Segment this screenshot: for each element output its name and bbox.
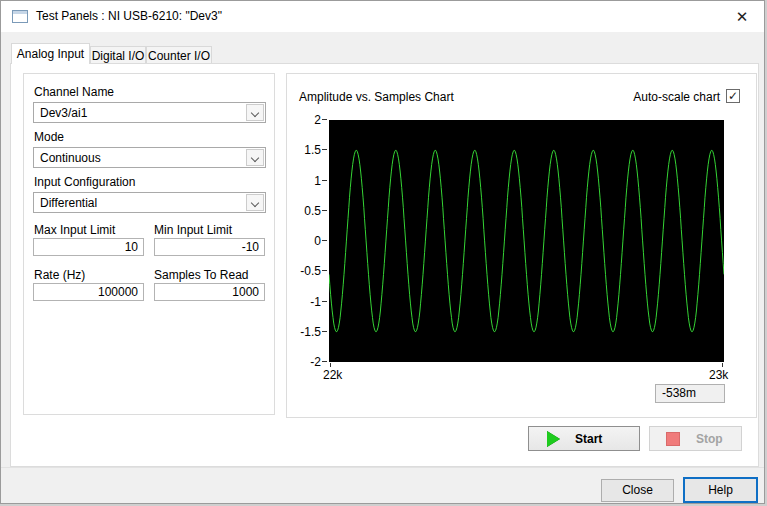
min-input-limit-label: Min Input Limit	[154, 223, 232, 237]
y-tick-label: 0	[314, 234, 321, 248]
y-tick-label: -2	[310, 355, 321, 369]
max-input-limit-field[interactable]	[33, 238, 144, 256]
max-input-limit-label: Max Input Limit	[34, 223, 115, 237]
input-configuration-select[interactable]: Differential	[33, 192, 266, 213]
mode-dropdown-button[interactable]	[246, 149, 264, 166]
channel-name-label: Channel Name	[34, 85, 114, 99]
channel-name-select[interactable]: Dev3/ai1	[33, 102, 266, 123]
start-button[interactable]: Start	[528, 426, 640, 451]
channel-name-value: Dev3/ai1	[40, 106, 87, 120]
y-tick-mark	[322, 331, 327, 332]
chevron-down-icon	[251, 199, 259, 207]
autoscale-label: Auto-scale chart	[633, 90, 720, 104]
mode-value: Continuous	[40, 151, 101, 165]
input-configuration-value: Differential	[40, 196, 97, 210]
footer-bar: Close Help	[1, 467, 764, 504]
mode-select[interactable]: Continuous	[33, 147, 266, 168]
app-window-icon	[12, 10, 28, 23]
tab-digital-io[interactable]: Digital I/O	[90, 46, 146, 64]
title-bar: Test Panels : NI USB-6210: "Dev3" ✕	[1, 1, 764, 32]
input-configuration-dropdown-button[interactable]	[246, 194, 264, 211]
y-axis: 21.510.50-0.5-1-1.5-2	[287, 120, 328, 362]
rate-field[interactable]	[33, 283, 144, 301]
chevron-down-icon	[251, 109, 259, 117]
y-tick-label: -1	[310, 295, 321, 309]
samples-to-read-field[interactable]	[154, 283, 265, 301]
help-button[interactable]: Help	[683, 477, 758, 503]
y-tick-mark	[322, 361, 327, 362]
waveform-path	[329, 150, 724, 331]
analog-input-page: Channel Name Dev3/ai1 Mode Continuous In…	[10, 63, 759, 467]
min-input-limit-field[interactable]	[154, 238, 265, 256]
autoscale-checkbox[interactable]: ✓	[726, 89, 740, 103]
stop-button[interactable]: Stop	[649, 426, 742, 451]
channel-name-dropdown-button[interactable]	[246, 104, 264, 121]
y-tick-label: -0.5	[300, 264, 321, 278]
input-configuration-label: Input Configuration	[34, 175, 135, 189]
x-tick-mark	[722, 363, 723, 367]
y-tick-mark	[322, 240, 327, 241]
amplitude-readout: -538m	[655, 384, 725, 403]
y-tick-label: 1.5	[304, 143, 321, 157]
y-tick-mark	[322, 301, 327, 302]
tab-analog-input[interactable]: Analog Input	[11, 43, 90, 64]
y-tick-label: 0.5	[304, 204, 321, 218]
stop-button-label: Stop	[696, 432, 723, 446]
play-icon	[547, 431, 560, 447]
x-tick-mark	[330, 363, 331, 367]
samples-to-read-label: Samples To Read	[154, 268, 249, 282]
tab-counter-io[interactable]: Counter I/O	[146, 46, 212, 64]
window-close-icon[interactable]: ✕	[731, 6, 753, 28]
start-button-label: Start	[575, 432, 602, 446]
y-tick-label: 1	[314, 174, 321, 188]
chart-group: Amplitude vs. Samples Chart Auto-scale c…	[286, 73, 757, 418]
checkmark-icon: ✓	[728, 89, 738, 103]
y-tick-mark	[322, 180, 327, 181]
waveform-svg	[329, 120, 724, 362]
chevron-down-icon	[251, 154, 259, 162]
x-axis-max-label: 23k	[709, 368, 728, 382]
x-axis-min-label: 22k	[323, 368, 342, 382]
waveform-chart	[329, 120, 724, 362]
window-title: Test Panels : NI USB-6210: "Dev3"	[36, 9, 222, 23]
chart-title: Amplitude vs. Samples Chart	[299, 90, 454, 104]
mode-label: Mode	[34, 130, 64, 144]
y-tick-mark	[322, 270, 327, 271]
y-tick-mark	[322, 149, 327, 150]
y-tick-label: 2	[314, 113, 321, 127]
close-button[interactable]: Close	[601, 479, 674, 502]
y-tick-mark	[322, 210, 327, 211]
y-tick-label: -1.5	[300, 325, 321, 339]
rate-label: Rate (Hz)	[34, 268, 85, 282]
test-panels-dialog: Test Panels : NI USB-6210: "Dev3" ✕ Anal…	[0, 0, 765, 504]
stop-icon	[666, 432, 680, 446]
y-tick-mark	[322, 119, 327, 120]
settings-group: Channel Name Dev3/ai1 Mode Continuous In…	[23, 73, 275, 415]
